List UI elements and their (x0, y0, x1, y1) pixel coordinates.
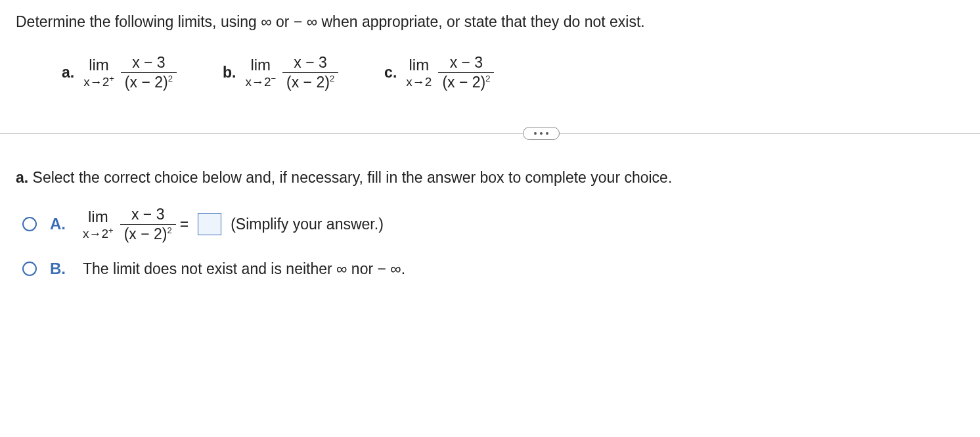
choice-a-content: lim x→2+ x − 3 (x − 2)2 = (Simplify your… (83, 206, 384, 243)
part-c-expression: lim x→2 x − 3 (x − 2)2 (406, 55, 494, 91)
choice-a-row: A. lim x→2+ x − 3 (x − 2)2 = (Simplify (22, 206, 964, 243)
part-b-expression: lim x→2− x − 3 (x − 2)2 (245, 55, 338, 91)
denominator: (x − 2)2 (282, 72, 338, 91)
lim-word: lim (88, 209, 108, 225)
limit-parts-row: a. lim x→2+ x − 3 (x − 2)2 b. lim x→2− (16, 55, 964, 91)
part-a-expression: lim x→2+ x − 3 (x − 2)2 (83, 55, 177, 91)
lim-approach: x→2 (406, 74, 432, 88)
lim-word: lim (250, 57, 271, 73)
denominator: (x − 2)2 (438, 72, 494, 91)
lim-approach: x→2− (245, 74, 276, 88)
divider-line (0, 133, 980, 134)
numerator: x − 3 (128, 55, 169, 72)
choice-a-expression: lim x→2+ x − 3 (x − 2)2 (83, 206, 176, 243)
fraction: x − 3 (x − 2)2 (438, 55, 494, 91)
choice-b-row: B. The limit does not exist and is neith… (22, 260, 964, 278)
choice-b-text: The limit does not exist and is neither … (83, 260, 405, 278)
subquestion-text: Select the correct choice below and, if … (33, 169, 673, 186)
equals-sign: = (180, 216, 189, 233)
part-b-label: b. (223, 64, 236, 81)
choice-b-label: B. (50, 260, 70, 278)
lim-word: lim (409, 57, 430, 73)
lim-approach: x→2+ (83, 226, 114, 240)
part-a-label: a. (62, 64, 74, 81)
divider (16, 124, 964, 143)
numerator: x − 3 (290, 55, 331, 72)
choice-a-label: A. (50, 215, 70, 233)
part-b: b. lim x→2− x − 3 (x − 2)2 (223, 55, 338, 91)
numerator: x − 3 (446, 55, 487, 72)
denominator: (x − 2)2 (121, 72, 177, 91)
expand-button[interactable] (523, 127, 560, 140)
radio-a[interactable] (22, 217, 37, 231)
choices: A. lim x→2+ x − 3 (x − 2)2 = (Simplify (16, 206, 964, 279)
radio-b[interactable] (22, 262, 37, 276)
numerator: x − 3 (127, 206, 169, 224)
part-a: a. lim x→2+ x − 3 (x − 2)2 (62, 55, 177, 91)
lim-word: lim (89, 57, 109, 73)
lim-approach: x→2+ (83, 74, 114, 88)
fraction: x − 3 (x − 2)2 (282, 55, 338, 91)
part-c-label: c. (384, 64, 397, 81)
fraction: x − 3 (x − 2)2 (121, 55, 177, 91)
subquestion-a: a. Select the correct choice below and, … (16, 169, 964, 187)
denominator: (x − 2)2 (120, 224, 176, 242)
part-c: c. lim x→2 x − 3 (x − 2)2 (384, 55, 494, 91)
choice-a-hint: (Simplify your answer.) (231, 216, 384, 233)
question-prompt: Determine the following limits, using ∞ … (16, 13, 964, 31)
subquestion-label: a. (16, 169, 28, 186)
answer-input[interactable] (198, 213, 221, 235)
fraction: x − 3 (x − 2)2 (120, 206, 176, 243)
